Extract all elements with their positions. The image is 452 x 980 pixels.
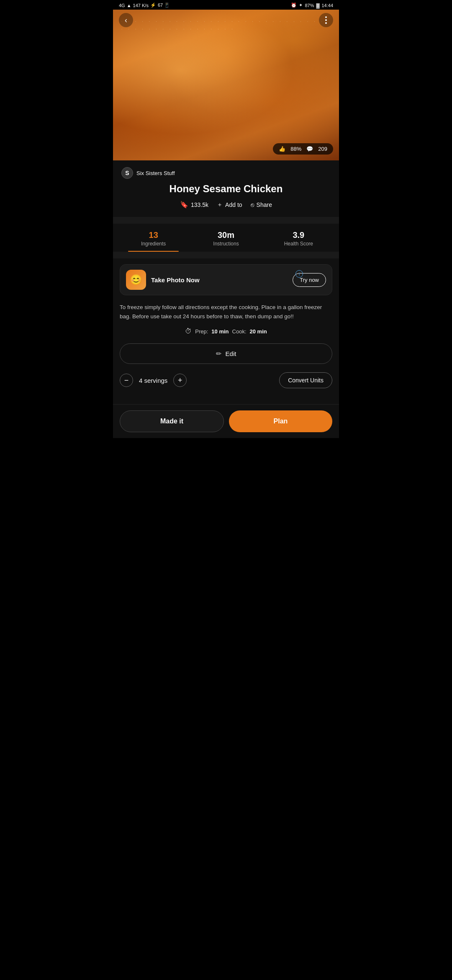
tabs-section: 13 Ingredients 30m Instructions 3.9 Heal… [113,224,339,255]
increase-servings-button[interactable]: + [173,374,187,387]
bottom-bar: Made it Plan [113,404,339,438]
plus-icon: ＋ [217,201,223,209]
cook-value: 20 min [250,328,267,335]
status-right: ⏰ ✦ 87% ▓ 14:44 [291,3,333,8]
alarm-icon: ⏰ [291,3,297,8]
bluetooth-icon: ✦ [299,3,303,8]
save-button[interactable]: 🔖 133.5k [180,201,208,209]
back-button[interactable]: ‹ [119,13,133,27]
hero-image: ‹ 👍 88% 💬 209 [113,10,339,160]
author-initial: S [125,170,129,176]
food-photo [113,10,339,160]
author-name: Six Sisters Stuff [136,170,175,176]
cook-label: Cook: [232,328,247,335]
plan-button[interactable]: Plan [229,410,332,432]
tab-health-score[interactable]: 3.9 Health Score [262,224,335,252]
instructions-label: Instructions [193,241,259,247]
save-count: 133.5k [191,201,208,208]
tabs-row: 13 Ingredients 30m Instructions 3.9 Heal… [113,224,339,252]
divider2 [113,255,339,258]
decrease-servings-button[interactable]: − [120,374,133,387]
author-row: S Six Sisters Stuff [121,167,331,179]
ingredients-label: Ingredients [121,241,186,247]
health-score-label: Health Score [266,241,331,247]
battery-text: 87% [305,3,314,8]
share-icon: ⎋ [251,201,254,208]
dot2 [325,19,327,21]
servings-count: 4 servings [139,377,167,384]
edit-label: Edit [226,350,236,357]
comment-icon: 💬 [306,146,313,152]
info-icon: i [295,270,303,278]
prep-label: Prep: [195,328,208,335]
recipe-title: Honey Sesame Chicken [121,183,331,195]
prep-value: 10 min [211,328,229,335]
servings-row: − 4 servings + Convert Units [120,372,332,388]
tab-underline [128,251,179,252]
dot3 [325,22,327,24]
dot1 [325,16,327,18]
signal-text: 4G [119,3,125,8]
photo-avatar: 😊 [126,270,146,290]
time-row: ⏱ Prep: 10 min Cook: 20 min [120,328,332,335]
bookmark-icon: 🔖 [180,201,188,209]
divider1 [113,220,339,224]
made-it-button[interactable]: Made it [120,410,224,432]
icons-row: 67 📱 [158,3,170,8]
author-avatar: S [121,167,133,179]
description-text: To freeze simply follow all directions e… [120,303,332,321]
tab-instructions[interactable]: 30m Instructions [190,224,262,252]
battery-icon: ▓ [316,3,319,8]
like-icon: 👍 [279,146,285,152]
share-button[interactable]: ⎋ Share [251,201,272,208]
status-left: 4G ▲ 147 K/s ⚡ 67 📱 [119,3,170,8]
status-bar: 4G ▲ 147 K/s ⚡ 67 📱 ⏰ ✦ 87% ▓ 14:44 [113,0,339,10]
content-area: 😊 Take Photo Now Try now i To freeze sim… [113,258,339,404]
hero-nav: ‹ [113,13,339,27]
recipe-card: S Six Sisters Stuff Honey Sesame Chicken… [113,160,339,220]
data-speed: 147 K/s [133,3,149,8]
instructions-count: 30m [193,230,259,240]
photo-banner: 😊 Take Photo Now Try now [120,264,332,295]
camera-emoji: 😊 [130,274,142,286]
ingredients-count: 13 [121,230,186,240]
more-button[interactable] [319,13,333,27]
action-row: 🔖 133.5k ＋ Add to ⎋ Share [121,201,331,209]
add-to-label: Add to [225,201,242,208]
photo-banner-text: Take Photo Now [151,276,288,284]
photo-banner-wrapper: 😊 Take Photo Now Try now i [120,264,332,295]
hero-stats: 👍 88% 💬 209 [273,143,333,155]
like-percent: 88% [290,146,301,152]
edit-icon: ✏ [216,350,221,358]
add-to-button[interactable]: ＋ Add to [217,201,242,209]
edit-button[interactable]: ✏ Edit [120,343,332,364]
clock-icon: ⏱ [185,328,192,335]
wifi-icon: ▲ [127,3,131,8]
clock-time: 14:44 [321,3,333,8]
convert-units-button[interactable]: Convert Units [279,372,332,388]
share-label: Share [257,201,272,208]
servings-controls: − 4 servings + [120,374,187,387]
comment-count: 209 [318,146,327,152]
flash-icon: ⚡ [150,3,156,8]
tab-ingredients[interactable]: 13 Ingredients [117,224,190,252]
health-score-value: 3.9 [266,230,331,240]
